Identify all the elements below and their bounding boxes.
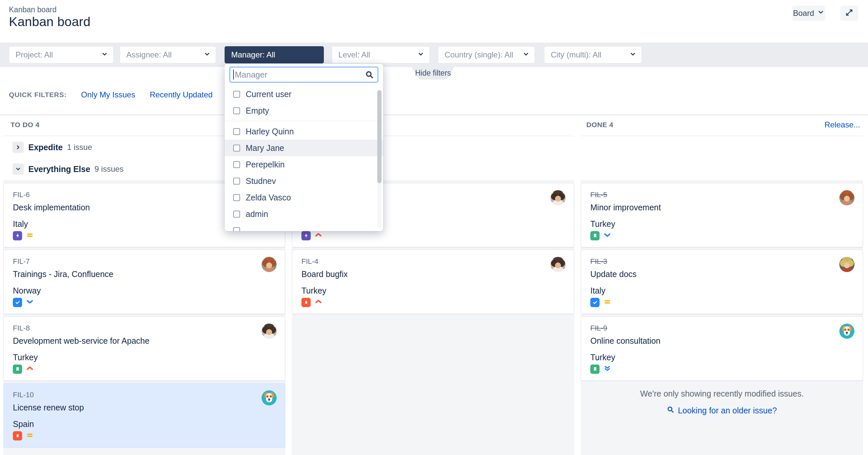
chevron-down-icon <box>523 50 529 59</box>
manager-option-studnev[interactable]: Studnev <box>225 173 383 189</box>
card-fil-8[interactable]: FIL-8 Development web-service for Apache… <box>3 316 285 381</box>
issue-country: Spain <box>13 419 276 429</box>
avatar-dog <box>261 390 277 405</box>
card-fil-9[interactable]: FIL-9 Online consultation Turkey <box>581 316 863 381</box>
filter-assignee[interactable]: Assignee: All <box>120 46 216 63</box>
checkbox[interactable] <box>233 227 240 231</box>
manager-option-harley-quinn[interactable]: Harley Quinn <box>225 123 383 140</box>
card-fil-3[interactable]: FIL-3 Update docs Italy <box>581 250 863 314</box>
option-label: Mary Jane <box>246 143 284 153</box>
dropdown-scrollbar-track <box>377 89 381 228</box>
page-title: Kanban board <box>9 15 90 29</box>
swimlane-expedite[interactable]: Expedite 1 issue <box>0 136 868 158</box>
manager-option-mary-jane[interactable]: Mary Jane <box>225 140 383 156</box>
breadcrumb[interactable]: Kanban board <box>9 5 57 14</box>
avatar-redhead <box>839 190 855 205</box>
issue-country: Turkey <box>590 219 854 229</box>
dropdown-scrollbar-thumb[interactable] <box>377 90 381 183</box>
column-done: FIL-5 Minor improvement Turkey FIL-3 Upd… <box>581 183 863 383</box>
option-label: admin <box>246 209 268 219</box>
checkbox[interactable] <box>233 128 240 135</box>
card-fil-10[interactable]: FIL-10 License renew stop Spain <box>3 383 285 447</box>
checkbox[interactable] <box>233 145 240 151</box>
issue-country: Turkey <box>302 286 565 295</box>
chevron-down-icon <box>817 8 825 18</box>
filter-manager-active[interactable]: Manager: All <box>225 46 324 63</box>
checkbox[interactable] <box>233 178 240 184</box>
bolt-icon <box>302 231 311 240</box>
issue-title: Development web-service for Apache <box>13 336 276 346</box>
hide-filters-tab[interactable]: Hide filters <box>411 67 455 80</box>
issue-title: License renew stop <box>13 403 276 413</box>
issue-title: Minor improvement <box>590 203 854 212</box>
priority-high-icon <box>26 364 34 374</box>
swimlane-count: 9 issues <box>95 165 124 174</box>
avatar-brunette <box>261 323 277 339</box>
column-header-done: DONE 4 <box>586 121 613 129</box>
story-bookmark-icon <box>13 365 22 374</box>
issue-title: Update docs <box>590 269 854 279</box>
avatar-brunette <box>550 257 566 272</box>
done-column-footer: We're only showing recently modified iss… <box>581 389 863 416</box>
board-menu-button[interactable]: Board <box>792 6 825 21</box>
filter-country-label: Country (single): All <box>444 50 513 59</box>
checkbox[interactable] <box>233 91 240 98</box>
quick-filters-label: QUICK FILTERS: <box>9 91 67 99</box>
task-check-icon <box>13 298 22 307</box>
chevron-down-icon[interactable] <box>12 164 24 175</box>
swimlane-title: Expedite <box>28 143 63 152</box>
older-issue-link[interactable]: Looking for an older issue? <box>581 406 863 416</box>
priority-medium-icon <box>26 231 34 240</box>
expand-board-button[interactable] <box>840 6 858 21</box>
release-link[interactable]: Release... <box>825 120 860 130</box>
issue-key: FIL-3 <box>590 257 854 266</box>
manager-option-current-user[interactable]: Current user <box>225 86 383 102</box>
manager-option-zelda-vasco[interactable]: Zelda Vasco <box>225 189 383 206</box>
bug-icon <box>13 431 22 440</box>
option-label: Perepelkin <box>246 160 285 169</box>
swimlane-everything-else[interactable]: Everything Else 9 issues <box>0 158 868 180</box>
avatar-redhead <box>261 257 277 272</box>
search-icon <box>365 70 374 81</box>
expand-diagonal-icon <box>845 8 854 18</box>
quick-filter-only-my-issues[interactable]: Only My Issues <box>81 90 135 99</box>
issue-title: Trainings - Jira, Confluence <box>13 269 276 279</box>
issue-country: Turkey <box>590 353 854 362</box>
card-fil-5[interactable]: FIL-5 Minor improvement Turkey <box>581 183 863 247</box>
chevron-down-icon <box>101 50 108 59</box>
checkbox[interactable] <box>233 161 240 168</box>
quick-filter-recently-updated[interactable]: Recently Updated <box>150 90 213 99</box>
board-menu-label: Board <box>793 8 814 18</box>
bug-icon <box>302 298 311 307</box>
manager-option-partial[interactable] <box>225 222 383 231</box>
manager-option-empty[interactable]: Empty <box>225 102 383 119</box>
filter-bar: Project: All Assignee: All Manager: All … <box>0 42 868 67</box>
older-issue-link-label: Looking for an older issue? <box>678 406 777 416</box>
issue-title: Board bugfix <box>302 269 565 279</box>
search-icon <box>667 406 674 416</box>
chevron-down-icon <box>417 50 424 59</box>
bolt-icon <box>13 231 22 240</box>
checkbox[interactable] <box>233 107 240 114</box>
filter-project[interactable]: Project: All <box>9 46 114 63</box>
hide-filters-label: Hide filters <box>411 67 455 79</box>
manager-search-input[interactable] <box>229 67 378 83</box>
text-caret <box>233 70 234 80</box>
manager-option-admin[interactable]: admin <box>225 206 383 222</box>
filter-city-multi[interactable]: City (multi): All <box>544 46 642 63</box>
checkbox[interactable] <box>233 194 240 201</box>
swimlane-title: Everything Else <box>28 165 90 174</box>
manager-option-perepelkin[interactable]: Perepelkin <box>225 156 383 173</box>
checkbox[interactable] <box>233 211 240 218</box>
priority-high-icon <box>314 297 322 307</box>
card-fil-7[interactable]: FIL-7 Trainings - Jira, Confluence Norwa… <box>3 250 285 314</box>
filter-country-single[interactable]: Country (single): All <box>438 46 535 63</box>
issue-country: Turkey <box>13 353 276 362</box>
option-label: Zelda Vasco <box>246 193 291 202</box>
filter-level[interactable]: Level: All <box>332 46 430 63</box>
quick-filters-row: QUICK FILTERS: Only My Issues Recently U… <box>9 88 213 102</box>
card-fil-4[interactable]: FIL-4 Board bugfix Turkey <box>292 250 574 314</box>
chevron-down-icon <box>629 50 636 59</box>
chevron-right-icon[interactable] <box>12 142 24 153</box>
chevron-down-icon <box>204 50 210 59</box>
